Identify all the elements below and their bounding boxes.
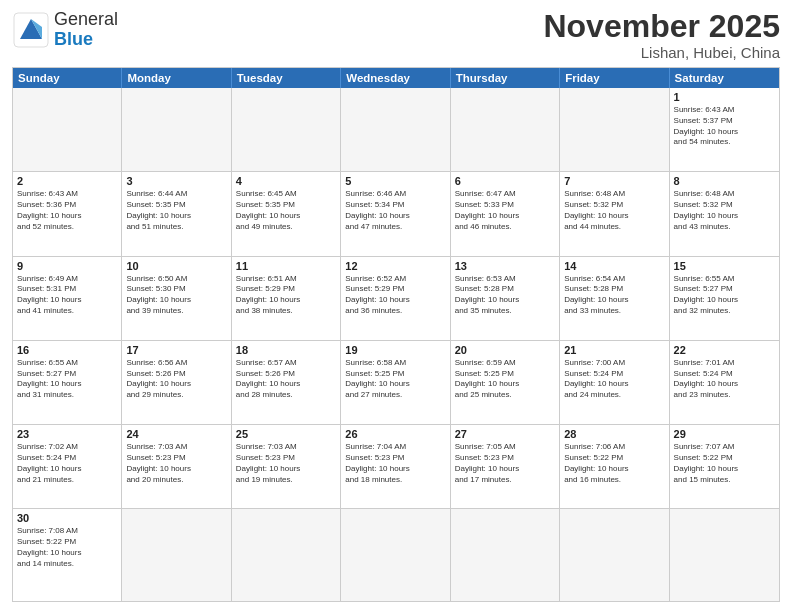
day-info: Sunrise: 6:49 AM Sunset: 5:31 PM Dayligh… [17, 274, 117, 317]
calendar-cell [451, 88, 560, 171]
logo: General Blue [12, 10, 118, 50]
day-number: 18 [236, 344, 336, 356]
day-number: 2 [17, 175, 117, 187]
day-info: Sunrise: 7:01 AM Sunset: 5:24 PM Dayligh… [674, 358, 775, 401]
day-info: Sunrise: 7:06 AM Sunset: 5:22 PM Dayligh… [564, 442, 664, 485]
calendar-cell: 5Sunrise: 6:46 AM Sunset: 5:34 PM Daylig… [341, 172, 450, 255]
calendar-cell: 17Sunrise: 6:56 AM Sunset: 5:26 PM Dayli… [122, 341, 231, 424]
day-info: Sunrise: 6:44 AM Sunset: 5:35 PM Dayligh… [126, 189, 226, 232]
day-info: Sunrise: 6:58 AM Sunset: 5:25 PM Dayligh… [345, 358, 445, 401]
calendar-cell: 29Sunrise: 7:07 AM Sunset: 5:22 PM Dayli… [670, 425, 779, 508]
calendar-cell [122, 88, 231, 171]
day-number: 11 [236, 260, 336, 272]
calendar-cell: 12Sunrise: 6:52 AM Sunset: 5:29 PM Dayli… [341, 257, 450, 340]
calendar-cell: 11Sunrise: 6:51 AM Sunset: 5:29 PM Dayli… [232, 257, 341, 340]
day-number: 20 [455, 344, 555, 356]
day-number: 29 [674, 428, 775, 440]
calendar-cell [670, 509, 779, 601]
day-number: 3 [126, 175, 226, 187]
day-info: Sunrise: 7:05 AM Sunset: 5:23 PM Dayligh… [455, 442, 555, 485]
title-area: November 2025 Lishan, Hubei, China [543, 10, 780, 61]
calendar-header-sunday: Sunday [13, 68, 122, 88]
day-number: 26 [345, 428, 445, 440]
month-title: November 2025 [543, 10, 780, 42]
calendar-cell [122, 509, 231, 601]
logo-blue-text: Blue [54, 29, 93, 49]
calendar-cell: 27Sunrise: 7:05 AM Sunset: 5:23 PM Dayli… [451, 425, 560, 508]
day-number: 30 [17, 512, 117, 524]
day-number: 4 [236, 175, 336, 187]
day-info: Sunrise: 6:45 AM Sunset: 5:35 PM Dayligh… [236, 189, 336, 232]
day-info: Sunrise: 6:43 AM Sunset: 5:37 PM Dayligh… [674, 105, 775, 148]
day-number: 9 [17, 260, 117, 272]
header: General Blue November 2025 Lishan, Hubei… [12, 10, 780, 61]
calendar-cell: 18Sunrise: 6:57 AM Sunset: 5:26 PM Dayli… [232, 341, 341, 424]
day-number: 19 [345, 344, 445, 356]
day-number: 23 [17, 428, 117, 440]
calendar-week-1: 1Sunrise: 6:43 AM Sunset: 5:37 PM Daylig… [13, 88, 779, 172]
calendar-cell: 10Sunrise: 6:50 AM Sunset: 5:30 PM Dayli… [122, 257, 231, 340]
calendar-header-saturday: Saturday [670, 68, 779, 88]
day-info: Sunrise: 7:02 AM Sunset: 5:24 PM Dayligh… [17, 442, 117, 485]
day-number: 14 [564, 260, 664, 272]
calendar-cell: 2Sunrise: 6:43 AM Sunset: 5:36 PM Daylig… [13, 172, 122, 255]
day-info: Sunrise: 6:47 AM Sunset: 5:33 PM Dayligh… [455, 189, 555, 232]
day-number: 12 [345, 260, 445, 272]
calendar-cell: 3Sunrise: 6:44 AM Sunset: 5:35 PM Daylig… [122, 172, 231, 255]
day-info: Sunrise: 6:56 AM Sunset: 5:26 PM Dayligh… [126, 358, 226, 401]
calendar-cell [560, 509, 669, 601]
calendar-cell: 25Sunrise: 7:03 AM Sunset: 5:23 PM Dayli… [232, 425, 341, 508]
day-number: 27 [455, 428, 555, 440]
calendar-cell [560, 88, 669, 171]
calendar-week-6: 30Sunrise: 7:08 AM Sunset: 5:22 PM Dayli… [13, 509, 779, 601]
day-number: 8 [674, 175, 775, 187]
calendar-cell: 28Sunrise: 7:06 AM Sunset: 5:22 PM Dayli… [560, 425, 669, 508]
calendar-cell [13, 88, 122, 171]
day-info: Sunrise: 6:50 AM Sunset: 5:30 PM Dayligh… [126, 274, 226, 317]
calendar-header-tuesday: Tuesday [232, 68, 341, 88]
calendar-cell: 20Sunrise: 6:59 AM Sunset: 5:25 PM Dayli… [451, 341, 560, 424]
calendar-cell [232, 509, 341, 601]
calendar-body: 1Sunrise: 6:43 AM Sunset: 5:37 PM Daylig… [13, 88, 779, 601]
calendar-header-friday: Friday [560, 68, 669, 88]
calendar-cell: 22Sunrise: 7:01 AM Sunset: 5:24 PM Dayli… [670, 341, 779, 424]
day-info: Sunrise: 6:46 AM Sunset: 5:34 PM Dayligh… [345, 189, 445, 232]
calendar-cell: 24Sunrise: 7:03 AM Sunset: 5:23 PM Dayli… [122, 425, 231, 508]
day-info: Sunrise: 7:04 AM Sunset: 5:23 PM Dayligh… [345, 442, 445, 485]
logo-area: General Blue [12, 10, 118, 50]
day-info: Sunrise: 6:59 AM Sunset: 5:25 PM Dayligh… [455, 358, 555, 401]
calendar-cell: 30Sunrise: 7:08 AM Sunset: 5:22 PM Dayli… [13, 509, 122, 601]
calendar-cell: 19Sunrise: 6:58 AM Sunset: 5:25 PM Dayli… [341, 341, 450, 424]
day-number: 28 [564, 428, 664, 440]
calendar-cell [341, 509, 450, 601]
day-number: 13 [455, 260, 555, 272]
calendar-cell: 21Sunrise: 7:00 AM Sunset: 5:24 PM Dayli… [560, 341, 669, 424]
calendar-cell: 8Sunrise: 6:48 AM Sunset: 5:32 PM Daylig… [670, 172, 779, 255]
calendar-cell [341, 88, 450, 171]
calendar-cell: 23Sunrise: 7:02 AM Sunset: 5:24 PM Dayli… [13, 425, 122, 508]
day-number: 15 [674, 260, 775, 272]
calendar-header-thursday: Thursday [451, 68, 560, 88]
calendar-cell: 7Sunrise: 6:48 AM Sunset: 5:32 PM Daylig… [560, 172, 669, 255]
day-number: 17 [126, 344, 226, 356]
calendar-cell [451, 509, 560, 601]
location: Lishan, Hubei, China [543, 44, 780, 61]
day-info: Sunrise: 6:54 AM Sunset: 5:28 PM Dayligh… [564, 274, 664, 317]
day-info: Sunrise: 6:52 AM Sunset: 5:29 PM Dayligh… [345, 274, 445, 317]
calendar: SundayMondayTuesdayWednesdayThursdayFrid… [12, 67, 780, 602]
day-info: Sunrise: 6:55 AM Sunset: 5:27 PM Dayligh… [674, 274, 775, 317]
calendar-cell: 26Sunrise: 7:04 AM Sunset: 5:23 PM Dayli… [341, 425, 450, 508]
day-info: Sunrise: 6:48 AM Sunset: 5:32 PM Dayligh… [564, 189, 664, 232]
day-number: 7 [564, 175, 664, 187]
calendar-cell [232, 88, 341, 171]
day-info: Sunrise: 6:55 AM Sunset: 5:27 PM Dayligh… [17, 358, 117, 401]
calendar-week-3: 9Sunrise: 6:49 AM Sunset: 5:31 PM Daylig… [13, 257, 779, 341]
calendar-cell: 14Sunrise: 6:54 AM Sunset: 5:28 PM Dayli… [560, 257, 669, 340]
day-number: 25 [236, 428, 336, 440]
day-info: Sunrise: 7:03 AM Sunset: 5:23 PM Dayligh… [236, 442, 336, 485]
day-number: 24 [126, 428, 226, 440]
day-number: 1 [674, 91, 775, 103]
day-info: Sunrise: 6:57 AM Sunset: 5:26 PM Dayligh… [236, 358, 336, 401]
day-info: Sunrise: 7:03 AM Sunset: 5:23 PM Dayligh… [126, 442, 226, 485]
calendar-cell: 9Sunrise: 6:49 AM Sunset: 5:31 PM Daylig… [13, 257, 122, 340]
